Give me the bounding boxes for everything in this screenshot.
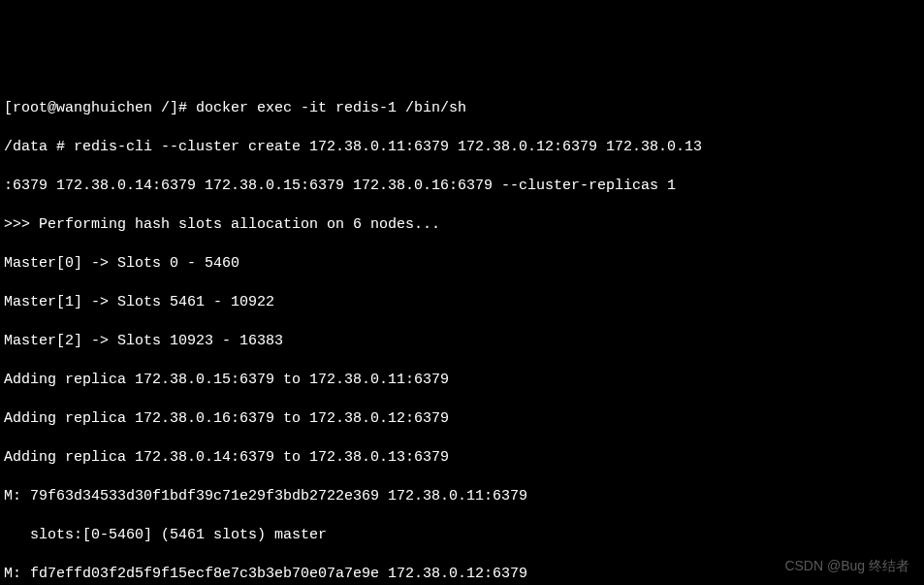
terminal-line: Master[1] -> Slots 5461 - 10922: [4, 293, 920, 312]
terminal-line: Adding replica 172.38.0.15:6379 to 172.3…: [4, 371, 920, 390]
terminal-line: slots:[0-5460] (5461 slots) master: [4, 526, 920, 545]
terminal-line: M: 79f63d34533d30f1bdf39c71e29f3bdb2722e…: [4, 487, 920, 506]
terminal-line: /data # redis-cli --cluster create 172.3…: [4, 138, 920, 157]
terminal-line: Adding replica 172.38.0.14:6379 to 172.3…: [4, 448, 920, 468]
terminal-line: :6379 172.38.0.14:6379 172.38.0.15:6379 …: [4, 177, 920, 196]
terminal-line: M: fd7effd03f2d5f9f15ecf8e7c3b3eb70e07a7…: [4, 565, 920, 584]
terminal-output[interactable]: [root@wanghuichen /]# docker exec -it re…: [4, 80, 920, 585]
terminal-line: Master[2] -> Slots 10923 - 16383: [4, 332, 920, 351]
terminal-line: >>> Performing hash slots allocation on …: [4, 215, 920, 235]
terminal-line: Adding replica 172.38.0.16:6379 to 172.3…: [4, 409, 920, 429]
terminal-line: Master[0] -> Slots 0 - 5460: [4, 254, 920, 274]
watermark-text: CSDN @Bug 终结者: [784, 556, 909, 575]
terminal-line: [root@wanghuichen /]# docker exec -it re…: [4, 99, 920, 118]
